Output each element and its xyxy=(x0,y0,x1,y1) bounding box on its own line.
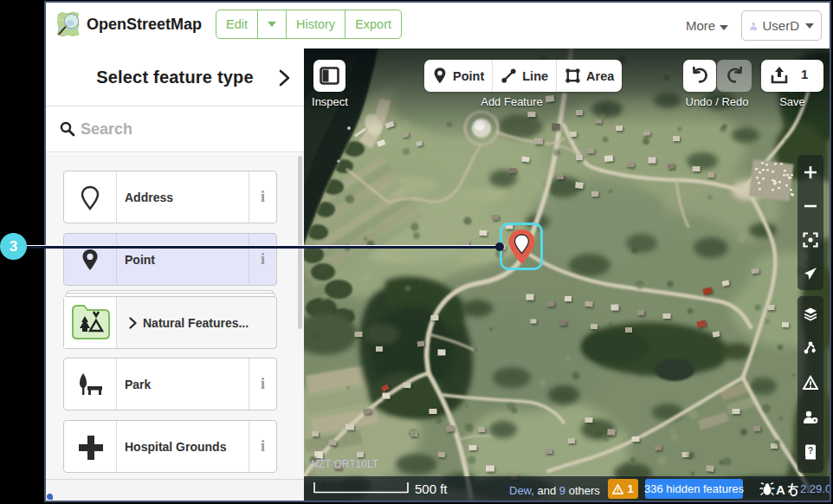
svg-text:A: A xyxy=(776,482,785,497)
svg-text:?: ? xyxy=(808,446,813,456)
